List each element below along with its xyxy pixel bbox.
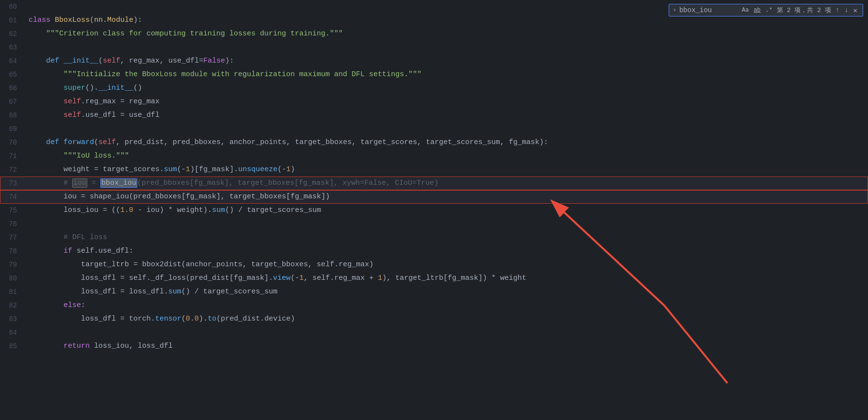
line-content: def forward(self, pred_dist, pred_bboxes… <box>27 136 868 149</box>
code-line-73: 73 # iou = bbox_iou(pred_bboxes[fg_mask]… <box>0 177 868 190</box>
token: tensor <box>155 315 181 323</box>
match-word-button[interactable]: ab <box>752 6 762 14</box>
code-line-65: 65 """Initialize the BboxLoss module wit… <box>0 68 868 81</box>
code-line-67: 67 self.reg_max = reg_max <box>0 95 868 109</box>
token: use_dfl <box>168 57 199 65</box>
code-area: 6061class BboxLoss(nn.Module):62 """Crit… <box>0 0 868 420</box>
token: to <box>208 315 216 323</box>
token: = <box>94 165 98 174</box>
line-number: 76 <box>0 217 27 231</box>
token: use_dfl <box>125 111 160 119</box>
token: """Initialize the BboxLoss module with r… <box>64 70 421 79</box>
line-content: else: <box>27 299 868 312</box>
code-line-64: 64 def __init__(self, reg_max, use_dfl=F… <box>0 54 868 68</box>
token: 0.0 <box>186 315 199 323</box>
token <box>29 97 64 106</box>
line-content: """IoU loss.""" <box>27 149 868 163</box>
search-options: Aa ab .* <box>740 6 774 14</box>
search-input[interactable] <box>679 6 738 14</box>
token <box>29 247 64 255</box>
token: , <box>160 57 168 65</box>
search-close-button[interactable]: ✕ <box>852 6 859 15</box>
token: (( <box>107 206 120 214</box>
line-number: 84 <box>0 326 27 339</box>
code-line-66: 66 super().__init__() <box>0 81 868 95</box>
line-number: 63 <box>0 41 27 54</box>
token <box>29 111 64 119</box>
token: __init__ <box>64 57 98 65</box>
search-chevron-icon: › <box>673 7 676 14</box>
token: if <box>64 247 72 255</box>
token: = <box>199 57 203 65</box>
token <box>29 301 64 309</box>
regex-button[interactable]: .* <box>764 6 774 14</box>
token <box>29 84 64 92</box>
token: () <box>133 84 142 92</box>
line-number: 82 <box>0 299 27 312</box>
token <box>29 30 46 38</box>
match-case-button[interactable]: Aa <box>740 6 750 14</box>
token <box>29 70 64 79</box>
line-number: 77 <box>0 231 27 244</box>
token: / <box>238 206 242 214</box>
token: ( <box>181 315 186 323</box>
code-line-63: 63 <box>0 41 868 54</box>
token: 1 <box>299 274 304 282</box>
line-number: 64 <box>0 54 27 68</box>
search-next-button[interactable]: ↓ <box>843 6 850 15</box>
token: = <box>120 274 125 282</box>
token: ( <box>90 16 94 24</box>
token: ( <box>98 57 103 65</box>
line-number: 69 <box>0 122 27 136</box>
search-bar[interactable]: › Aa ab .* 第 2 项，共 2 项 ↑ ↓ ✕ <box>669 4 863 16</box>
code-line-79: 79 target_ltrb = bbox2dist(anchor_points… <box>0 258 868 272</box>
line-content: loss_dfl = loss_dfl.sum() / target_score… <box>27 285 868 299</box>
token: # DFL loss <box>29 233 107 242</box>
token: sum <box>212 206 225 214</box>
token: sum <box>168 288 181 296</box>
token <box>373 274 378 282</box>
token: """IoU loss.""" <box>64 152 129 160</box>
line-number: 70 <box>0 136 27 149</box>
search-prev-button[interactable]: ↑ <box>834 6 841 15</box>
token: weight). <box>173 206 212 214</box>
token: 1 <box>378 274 382 282</box>
line-number: 62 <box>0 27 27 41</box>
token: loss_iou <box>29 206 103 214</box>
token: ( <box>94 138 98 146</box>
token <box>29 57 46 65</box>
code-line-82: 82 else: <box>0 299 868 312</box>
line-content: return loss_iou, loss_dfl <box>27 339 868 353</box>
token: (pred_dist.device) <box>216 315 295 323</box>
code-line-74: 74 iou = shape_iou(pred_bboxes[fg_mask],… <box>0 190 868 204</box>
line-content: # DFL loss <box>27 231 868 244</box>
token <box>29 342 64 350</box>
line-content: if self.use_dfl: <box>27 244 868 258</box>
code-line-70: 70 def forward(self, pred_dist, pred_bbo… <box>0 136 868 149</box>
token: = <box>81 193 85 201</box>
code-line-81: 81 loss_dfl = loss_dfl.sum() / target_sc… <box>0 285 868 299</box>
code-line-80: 80 loss_dfl = self._df_loss(pred_dist[fg… <box>0 272 868 285</box>
token: self <box>64 111 81 119</box>
editor-container: › Aa ab .* 第 2 项，共 2 项 ↑ ↓ ✕ 6061class B… <box>0 0 868 420</box>
token: target_scores_sum <box>242 206 321 214</box>
token: reg_max <box>125 97 160 106</box>
line-number: 61 <box>0 14 27 27</box>
line-content: loss_dfl = self._df_loss(pred_dist[fg_ma… <box>27 272 868 285</box>
token: .use_dfl <box>81 111 120 119</box>
line-number: 85 <box>0 339 27 353</box>
token: self._df_loss(pred_dist[fg_mask]. <box>125 274 273 282</box>
line-content: """Criterion class for computing trainin… <box>27 27 868 41</box>
token: loss_iou, loss_dfl <box>90 342 173 350</box>
token: = <box>87 179 100 187</box>
token: # <box>29 179 72 187</box>
code-line-76: 76 <box>0 217 868 231</box>
token: self <box>64 97 81 106</box>
token: * <box>168 206 173 214</box>
token: 1.0 <box>120 206 133 214</box>
line-content: super().__init__() <box>27 81 868 95</box>
line-number: 75 <box>0 204 27 217</box>
token: ), target_ltrb[fg_mask]) <box>382 274 491 282</box>
line-content: def __init__(self, reg_max, use_dfl=Fals… <box>27 54 868 68</box>
token: BboxLoss <box>55 16 90 24</box>
